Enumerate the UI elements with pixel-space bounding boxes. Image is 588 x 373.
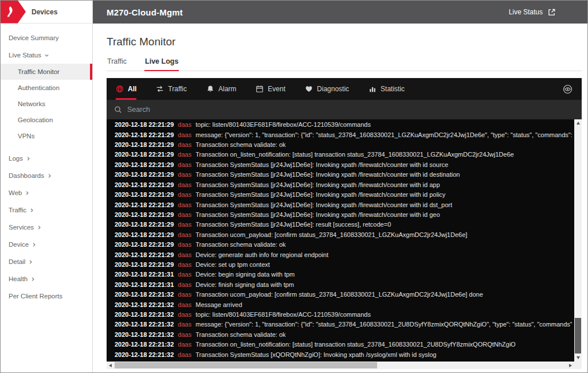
search-input[interactable] bbox=[127, 106, 574, 114]
log-timestamp: 2020-12-18 22:21:29 bbox=[115, 131, 174, 138]
log-timestamp: 2020-12-18 22:21:29 bbox=[115, 261, 174, 268]
log-row[interactable]: 2020-12-18 22:21:32daasmessage: {"versio… bbox=[115, 320, 572, 329]
sidebar-item-health[interactable]: Health bbox=[1, 270, 92, 287]
log-message: Transaction ucom_payload: [confirm statu… bbox=[195, 231, 467, 238]
log-list: 2020-12-18 22:21:29daastopic: listen/801… bbox=[107, 119, 574, 362]
log-row[interactable]: 2020-12-18 22:21:29daasDevice: generate … bbox=[115, 250, 572, 260]
live-logs-console: All Traffic bbox=[107, 78, 582, 369]
log-message: Transaction SystemStatus [jr24Jwj1De6e]:… bbox=[195, 161, 448, 168]
sidebar-item-networks[interactable]: Networks bbox=[1, 96, 92, 112]
watchguard-flame-logo[interactable] bbox=[1, 1, 26, 24]
chevron-right-icon bbox=[25, 191, 30, 196]
vertical-scroll-thumb[interactable] bbox=[575, 318, 581, 353]
log-source: daas bbox=[178, 331, 191, 338]
live-status-link[interactable]: Live Status bbox=[509, 8, 587, 17]
tab-live-logs[interactable]: Live Logs bbox=[144, 57, 179, 71]
filter-tab-event[interactable]: Event bbox=[256, 78, 285, 100]
log-row[interactable]: 2020-12-18 22:21:32daasMessage arrived bbox=[115, 300, 572, 310]
log-row[interactable]: 2020-12-18 22:21:29daasTransaction on_li… bbox=[115, 150, 572, 160]
sidebar-item-detail[interactable]: Detail bbox=[1, 253, 92, 270]
log-row[interactable]: 2020-12-18 22:21:29daasDevice: set up tp… bbox=[115, 260, 572, 270]
chevron-down-icon bbox=[44, 53, 49, 58]
filter-tab-diagnostic[interactable]: Diagnostic bbox=[305, 78, 349, 100]
log-source: daas bbox=[178, 291, 191, 298]
log-row[interactable]: 2020-12-18 22:21:32daasTransaction ucom_… bbox=[115, 290, 572, 300]
sidebar-item-web[interactable]: Web bbox=[1, 184, 92, 201]
scroll-right-button[interactable] bbox=[567, 362, 574, 369]
log-row[interactable]: 2020-12-18 22:21:29daasTransaction schem… bbox=[115, 140, 572, 150]
sidebar-item-dashboards[interactable]: Dashboards bbox=[1, 167, 92, 184]
scroll-down-button[interactable] bbox=[574, 354, 582, 362]
filter-tab-statistic[interactable]: Statistic bbox=[369, 78, 405, 100]
log-row[interactable]: 2020-12-18 22:21:29daasmessage: {"versio… bbox=[115, 130, 572, 140]
scroll-left-button[interactable] bbox=[107, 362, 114, 369]
sidebar-item-live-status[interactable]: Live Status bbox=[1, 46, 92, 64]
filter-tab-traffic[interactable]: Traffic bbox=[156, 78, 187, 100]
device-name-title: M270-Cloud-Mgmt bbox=[107, 7, 183, 17]
chevron-right-icon bbox=[26, 156, 31, 161]
log-row[interactable]: 2020-12-18 22:21:32daasTransaction on_li… bbox=[115, 340, 572, 349]
log-timestamp: 2020-12-18 22:21:29 bbox=[115, 201, 174, 208]
bell-icon bbox=[206, 85, 214, 93]
log-source: daas bbox=[178, 201, 191, 208]
log-row[interactable]: 2020-12-18 22:21:29daasTransaction Syste… bbox=[115, 170, 572, 180]
scroll-up-button[interactable] bbox=[574, 119, 582, 127]
page-title: Traffic Monitor bbox=[107, 36, 582, 48]
log-row[interactable]: 2020-12-18 22:21:29daasTransaction schem… bbox=[115, 240, 572, 250]
log-message: Transaction SystemStatus [jr24Jwj1De6e]:… bbox=[195, 181, 440, 188]
log-source: daas bbox=[178, 261, 191, 268]
log-row[interactable]: 2020-12-18 22:21:29daasTransaction Syste… bbox=[115, 180, 572, 190]
sidebar-item-label: Authentication bbox=[18, 84, 60, 91]
tab-traffic[interactable]: Traffic bbox=[107, 57, 127, 71]
log-message: Transaction schema validate: ok bbox=[195, 141, 285, 148]
filter-tab-all[interactable]: All bbox=[116, 78, 136, 100]
sidebar-item-vpns[interactable]: VPNs bbox=[1, 128, 92, 144]
sidebar-item-traffic[interactable]: Traffic bbox=[1, 201, 92, 219]
sidebar-item-services[interactable]: Services bbox=[1, 219, 92, 236]
sidebar-item-traffic-monitor[interactable]: Traffic Monitor bbox=[1, 64, 92, 80]
log-message: Transaction SystemStatus [xQORQtNhZgiO]:… bbox=[195, 351, 436, 358]
log-row[interactable]: 2020-12-18 22:21:31daasDevice: finish si… bbox=[115, 280, 572, 290]
sidebar-item-per-client-reports[interactable]: Per Client Reports bbox=[1, 287, 92, 305]
log-timestamp: 2020-12-18 22:21:31 bbox=[115, 271, 174, 278]
log-row[interactable]: 2020-12-18 22:21:29daasTransaction Syste… bbox=[115, 160, 572, 170]
sidebar-item-logs[interactable]: Logs bbox=[1, 150, 92, 167]
log-row[interactable]: 2020-12-18 22:21:32daasTransaction schem… bbox=[115, 330, 572, 340]
vertical-scrollbar[interactable] bbox=[574, 119, 582, 362]
log-timestamp: 2020-12-18 22:21:32 bbox=[115, 341, 174, 348]
horizontal-scrollbar[interactable] bbox=[107, 362, 582, 369]
log-search-bar bbox=[107, 100, 582, 119]
log-row[interactable]: 2020-12-18 22:21:29daasTransaction Syste… bbox=[115, 190, 572, 200]
sidebar-item-authentication[interactable]: Authentication bbox=[1, 80, 92, 96]
log-row[interactable]: 2020-12-18 22:21:29daasTransaction Syste… bbox=[115, 200, 572, 210]
log-row[interactable]: 2020-12-18 22:21:29daasTransaction Syste… bbox=[115, 210, 572, 220]
log-message: Device: finish signing data with tpm bbox=[195, 281, 294, 288]
log-message: topic: listen/801403EF681F8/firebox/ACC-… bbox=[195, 121, 371, 128]
log-message: Transaction schema validate: ok bbox=[195, 331, 285, 338]
log-row[interactable]: 2020-12-18 22:21:29daasTransaction Syste… bbox=[115, 220, 572, 230]
log-row[interactable]: 2020-12-18 22:21:29daastopic: listen/801… bbox=[115, 120, 572, 130]
sidebar-item-label: Traffic bbox=[9, 207, 26, 213]
log-source: daas bbox=[178, 301, 191, 308]
live-view-toggle[interactable] bbox=[563, 78, 573, 100]
sidebar-item-device[interactable]: Device bbox=[1, 236, 92, 253]
sidebar-item-device-summary[interactable]: Device Summary bbox=[1, 29, 92, 46]
sidebar-nav: Device Summary Live Status Traffic Monit… bbox=[1, 24, 92, 305]
horizontal-scroll-track[interactable] bbox=[114, 362, 567, 369]
log-message: Device: generate auth info for regional … bbox=[195, 251, 328, 258]
log-row[interactable]: 2020-12-18 22:21:29daasTransaction ucom_… bbox=[115, 230, 572, 240]
log-row[interactable]: 2020-12-18 22:21:32daasTransaction Syste… bbox=[115, 350, 572, 360]
vertical-scroll-track[interactable] bbox=[574, 127, 582, 354]
log-row[interactable]: 2020-12-18 22:21:32daastopic: listen/801… bbox=[115, 310, 572, 320]
sidebar-item-label: Live Status bbox=[9, 52, 41, 59]
log-row[interactable]: 2020-12-18 22:21:31daasDevice: begin sig… bbox=[115, 270, 572, 279]
log-source: daas bbox=[178, 161, 191, 168]
page-tabs: Traffic Live Logs bbox=[107, 57, 582, 71]
sidebar-item-geolocation[interactable]: Geolocation bbox=[1, 112, 92, 128]
filter-tab-alarm[interactable]: Alarm bbox=[206, 78, 236, 100]
sidebar-item-label: Geolocation bbox=[18, 116, 53, 123]
log-source: daas bbox=[178, 171, 191, 178]
log-timestamp: 2020-12-18 22:21:29 bbox=[115, 181, 174, 188]
horizontal-scroll-thumb[interactable] bbox=[115, 362, 377, 368]
log-timestamp: 2020-12-18 22:21:29 bbox=[115, 221, 174, 228]
